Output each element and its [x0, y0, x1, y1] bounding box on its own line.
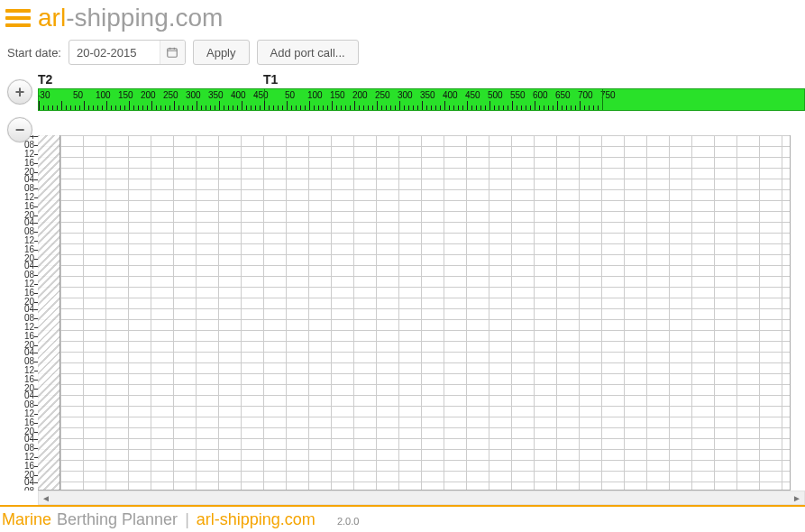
- berth-names-row: T2T1: [38, 72, 805, 88]
- distance-ruler[interactable]: -305010015020025030035040045050100150200…: [38, 88, 805, 111]
- scroll-right-arrow[interactable]: ►: [790, 493, 804, 503]
- ruler-tick-label: 50: [73, 90, 83, 100]
- ruler-tick-label: 350: [208, 90, 224, 100]
- zoom-out-button[interactable]: −: [7, 117, 32, 142]
- ruler-tick-label: 300: [186, 90, 201, 100]
- zoom-in-button[interactable]: +: [7, 79, 32, 105]
- ruler-tick-label: 500: [488, 90, 503, 100]
- scroll-track[interactable]: [53, 491, 790, 504]
- time-axis: 0408121620040812162004081216200408121620…: [0, 135, 38, 491]
- ruler-tick-label: 550: [510, 90, 526, 100]
- brand-part1: arl: [38, 4, 66, 32]
- ruler-tick-label: 450: [465, 90, 480, 100]
- ruler-tick-label: 100: [307, 90, 323, 100]
- ruler-tick-label: 100: [96, 90, 111, 100]
- ruler-tick-label: 150: [330, 90, 345, 100]
- start-date-wrap: [69, 40, 186, 65]
- blocked-strip: [38, 135, 60, 490]
- ruler-tick-label: 700: [578, 90, 593, 100]
- toolbar: Start date: Apply Add port call...: [0, 34, 805, 72]
- start-date-input[interactable]: [69, 40, 186, 65]
- ruler-tick-label: 250: [163, 90, 178, 100]
- footer-site: arl-shipping.com: [197, 510, 316, 529]
- time-label: 08: [24, 487, 34, 491]
- horizontal-scrollbar[interactable]: ◄ ►: [38, 491, 805, 505]
- ruler-tick-label: -30: [38, 90, 50, 100]
- ruler-tick-label: 250: [375, 90, 390, 100]
- ruler-tick-label: 400: [231, 90, 246, 100]
- scroll-left-arrow[interactable]: ◄: [39, 493, 53, 503]
- grid-wrap: 0408121620040812162004081216200408121620…: [0, 113, 791, 491]
- ruler-tick-label: 300: [398, 90, 413, 100]
- ruler-tick-label: 400: [443, 90, 458, 100]
- ruler-tick-label: 50: [285, 90, 295, 100]
- ruler-tick-label: 650: [555, 90, 571, 100]
- berth-label: T2: [38, 72, 52, 87]
- ruler-tick-label: 200: [352, 90, 368, 100]
- brand-title: arl-shipping.com: [38, 4, 223, 32]
- app-header: arl-shipping.com: [0, 0, 805, 34]
- ruler-tick-label: 600: [533, 90, 548, 100]
- berth-label: T1: [263, 72, 278, 87]
- ruler-tick-label: 150: [118, 90, 133, 100]
- apply-button[interactable]: Apply: [193, 40, 250, 65]
- footer: Marine Berthing Planner | arl-shipping.c…: [0, 507, 805, 532]
- plan-area: + − T2T1 -305010015020025030035040045050…: [0, 72, 805, 505]
- add-port-call-button[interactable]: Add port call...: [257, 40, 359, 65]
- ruler-tick-label: 450: [253, 90, 269, 100]
- hamburger-icon[interactable]: [5, 7, 31, 29]
- plan-grid[interactable]: [38, 135, 791, 491]
- footer-berthing-planner: Berthing Planner: [57, 510, 178, 529]
- brand-part2: -shipping.com: [66, 4, 223, 32]
- zoom-controls: + −: [7, 79, 32, 155]
- footer-sep-char: |: [185, 510, 189, 529]
- footer-version: 2.0.0: [337, 516, 359, 529]
- start-date-label: Start date:: [7, 46, 61, 60]
- ruler-tick-label: 200: [141, 90, 156, 100]
- ruler-zone: T2T1 -3050100150200250300350400450501001…: [38, 72, 805, 113]
- footer-marine: Marine: [2, 510, 51, 529]
- ruler-tick-label: 350: [420, 90, 435, 100]
